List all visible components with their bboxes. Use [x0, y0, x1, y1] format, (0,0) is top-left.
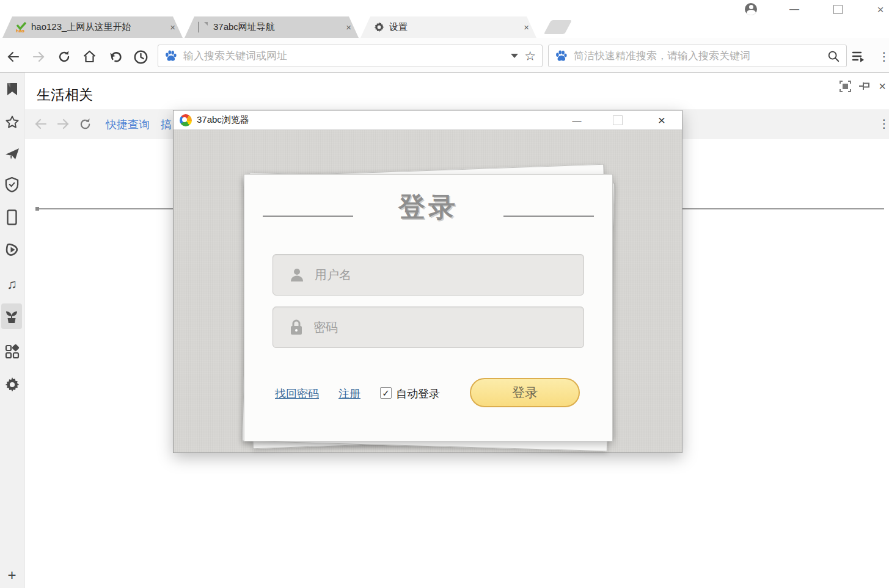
- title-divider: [503, 216, 594, 217]
- login-button[interactable]: 登录: [470, 378, 580, 407]
- dialog-titlebar[interactable]: 37abc浏览器 — ×: [174, 111, 682, 130]
- quick-query-link[interactable]: 快捷查询: [106, 117, 150, 132]
- pin-icon[interactable]: [858, 80, 870, 92]
- baidu-paw-icon: [555, 49, 568, 62]
- home-button[interactable]: [81, 49, 97, 65]
- tab-title: 设置: [389, 21, 518, 33]
- maximize-icon: [833, 5, 843, 14]
- truncated-link[interactable]: 搞: [161, 117, 172, 132]
- bookmark-star-icon[interactable]: ☆: [524, 49, 536, 62]
- reading-list-icon[interactable]: [851, 49, 866, 65]
- maximize-icon: [613, 115, 623, 125]
- panel-close-icon[interactable]: ×: [876, 80, 888, 92]
- password-input[interactable]: [312, 320, 577, 335]
- search-bar[interactable]: 简洁快速精准搜索，请输入搜索关键词: [548, 45, 847, 67]
- window-close-button[interactable]: ×: [874, 2, 887, 16]
- sidebar-music-icon[interactable]: ♫: [0, 274, 24, 295]
- check-icon: ✓: [382, 388, 390, 397]
- browser-menu-icon[interactable]: ⋮: [876, 49, 889, 65]
- tab-hao123[interactable]: hao hao123_上网从这里开始 ×: [2, 16, 183, 38]
- window-minimize-button[interactable]: —: [788, 2, 801, 16]
- sidebar-growth-plant-icon[interactable]: [1, 303, 22, 329]
- close-icon: ×: [658, 113, 665, 128]
- username-input[interactable]: [313, 267, 577, 283]
- login-card: 登录 找回密码 注册 ✓ 自动登录 登录: [244, 174, 613, 441]
- dialog-maximize-button[interactable]: [609, 113, 627, 128]
- sidebar-security-shield-icon[interactable]: [0, 174, 24, 195]
- sidebar-send-paper-plane-icon[interactable]: [0, 143, 24, 164]
- fullscreen-icon[interactable]: [839, 80, 851, 92]
- sidebar-bookmark-icon[interactable]: [0, 79, 24, 100]
- tab-title: 37abc网址导航: [213, 21, 340, 33]
- close-icon: ×: [877, 4, 884, 15]
- search-icon[interactable]: [827, 49, 840, 63]
- sidebar-add-plus-button[interactable]: +: [0, 565, 24, 586]
- login-actions-row: 找回密码 注册 ✓ 自动登录 登录: [244, 378, 612, 407]
- search-bar-placeholder: 简洁快速精准搜索，请输入搜索关键词: [574, 49, 821, 63]
- tab-37abc-nav[interactable]: 37abc网址导航 ×: [185, 16, 359, 38]
- baidu-paw-icon: [164, 49, 177, 62]
- avatar: [745, 3, 757, 15]
- sidebar-mobile-phone-icon[interactable]: [0, 207, 24, 228]
- address-bar[interactable]: 输入搜索关键词或网址 ☆: [158, 45, 543, 67]
- forgot-password-link[interactable]: 找回密码: [275, 387, 319, 401]
- browser-window: — × hao hao123_上网从这里开始 × 37abc网址导航 × 设置 …: [0, 0, 889, 588]
- tab-close-icon[interactable]: ×: [522, 22, 530, 32]
- back-button[interactable]: [5, 49, 21, 65]
- auto-login-label: 自动登录: [396, 387, 440, 401]
- new-tab-button[interactable]: [544, 20, 572, 34]
- tab-settings[interactable]: 设置 ×: [360, 16, 536, 38]
- lock-icon: [289, 319, 304, 336]
- gear-icon: [374, 22, 384, 32]
- dialog-title: 37abc浏览器: [197, 114, 676, 126]
- login-dialog: 37abc浏览器 — × 登录 找回密码: [173, 110, 682, 453]
- undo-recent-button[interactable]: [108, 49, 123, 65]
- title-divider: [263, 216, 353, 217]
- register-link[interactable]: 注册: [338, 387, 360, 401]
- sidebar-favorites-star-icon[interactable]: [0, 112, 24, 132]
- username-field[interactable]: [273, 254, 584, 296]
- page-heading: 生活相关: [37, 85, 93, 104]
- minimize-icon: —: [573, 115, 582, 125]
- strip-forward-icon[interactable]: [54, 115, 71, 132]
- dialog-close-button[interactable]: ×: [653, 113, 671, 128]
- tab-title: hao123_上网从这里开始: [31, 21, 164, 33]
- strip-back-icon[interactable]: [32, 115, 49, 132]
- auto-login-checkbox[interactable]: ✓: [380, 387, 392, 399]
- user-icon: [289, 267, 305, 283]
- minimize-icon: —: [789, 4, 799, 15]
- window-titlebar: — ×: [0, 0, 889, 16]
- address-bar-placeholder: 输入搜索关键词或网址: [183, 49, 505, 63]
- sidebar-video-play-icon[interactable]: [0, 239, 24, 260]
- refresh-button[interactable]: [56, 49, 72, 65]
- sidebar-apps-grid-icon[interactable]: [0, 341, 24, 362]
- address-dropdown-icon[interactable]: [511, 54, 518, 58]
- forward-button[interactable]: [31, 49, 46, 65]
- tab-close-icon[interactable]: ×: [345, 22, 353, 32]
- divider-handle: [35, 207, 39, 211]
- tab-bar: hao hao123_上网从这里开始 × 37abc网址导航 × 设置 ×: [0, 16, 889, 38]
- window-maximize-button[interactable]: [831, 2, 844, 16]
- hao123-logo-icon: hao: [16, 22, 26, 32]
- strip-refresh-icon[interactable]: [76, 115, 93, 132]
- password-field[interactable]: [273, 307, 584, 348]
- 37abc-logo-icon: [180, 114, 192, 126]
- page-icon: [198, 22, 208, 32]
- dialog-body: 登录 找回密码 注册 ✓ 自动登录 登录: [174, 130, 682, 452]
- history-clock-icon[interactable]: [133, 49, 148, 65]
- login-title: 登录: [244, 189, 612, 225]
- account-avatar-icon[interactable]: [744, 2, 758, 16]
- strip-menu-icon[interactable]: ⋮: [876, 115, 889, 132]
- sidebar-settings-gear-icon[interactable]: [0, 374, 24, 395]
- dialog-minimize-button[interactable]: —: [568, 113, 586, 128]
- tab-close-icon[interactable]: ×: [169, 22, 177, 32]
